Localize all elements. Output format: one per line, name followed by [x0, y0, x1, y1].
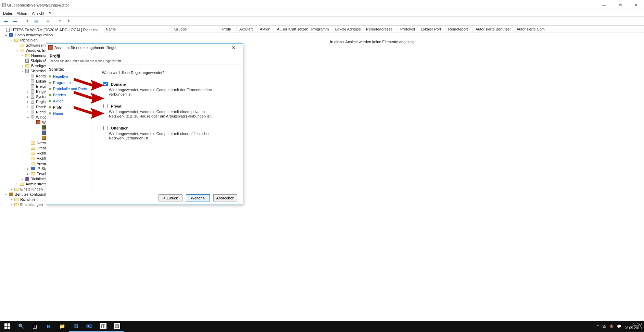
- profile-checkbox-label[interactable]: Öffentlich: [102, 125, 238, 131]
- outbound-icon: [42, 131, 46, 135]
- export-button[interactable]: ➦: [44, 17, 52, 25]
- expand-icon[interactable]: ⌄: [20, 69, 24, 73]
- column-header[interactable]: Remoteadresse: [363, 26, 397, 33]
- explorer-button[interactable]: 📁: [55, 321, 69, 332]
- column-header[interactable]: Aktion: [257, 26, 274, 33]
- profile-checkbox[interactable]: [103, 104, 108, 108]
- expand-icon[interactable]: ›: [26, 74, 30, 78]
- up-button[interactable]: ⬆: [23, 17, 31, 25]
- start-button[interactable]: [0, 321, 14, 332]
- system-tray[interactable]: ⌃ 🖧 🔇 💬 11:53 26.05.2019: [596, 322, 644, 330]
- help-button[interactable]: ?: [56, 17, 64, 25]
- modal-heading: Profil: [50, 54, 60, 59]
- action-center-icon[interactable]: 💬: [617, 324, 621, 328]
- search-button[interactable]: 🔍: [14, 321, 28, 332]
- expand-icon[interactable]: ›: [20, 64, 24, 68]
- expand-icon[interactable]: ⌄: [4, 33, 8, 37]
- taskview-button[interactable]: ◫: [28, 321, 41, 332]
- column-header[interactable]: Programm: [308, 26, 332, 33]
- expand-icon[interactable]: ⌄: [9, 38, 13, 42]
- network-icon[interactable]: 🖧: [603, 324, 606, 328]
- cancel-button[interactable]: Abbrechen: [213, 194, 237, 201]
- maximize-button[interactable]: ▭: [612, 0, 628, 10]
- column-header[interactable]: Lokaler Port: [418, 26, 445, 33]
- profile-checkbox[interactable]: [103, 82, 108, 86]
- wizard-step[interactable]: Protokolle und Ports: [49, 86, 89, 92]
- tree-policies[interactable]: Richtlinien: [20, 38, 38, 42]
- expand-icon[interactable]: ⌄: [31, 120, 35, 124]
- expand-icon[interactable]: ›: [26, 100, 30, 104]
- profile-checkbox[interactable]: [103, 126, 108, 130]
- policy-icon: [6, 28, 10, 32]
- expand-icon[interactable]: ›: [9, 202, 13, 207]
- folder-icon: [25, 54, 29, 57]
- wizard-step[interactable]: Regeltyp: [49, 73, 89, 79]
- column-header[interactable]: Name: [103, 26, 172, 33]
- tree-urichtlinien[interactable]: Richtlinien: [20, 197, 38, 201]
- profile-checkbox-label[interactable]: Privat: [102, 103, 238, 109]
- tree-windows[interactable]: Windo: [35, 115, 47, 119]
- column-header[interactable]: Profil: [219, 26, 237, 33]
- column-header[interactable]: Aktiviert: [237, 26, 257, 33]
- wizard-main: Wann wird diese Regel angewendet? Domäne…: [92, 64, 243, 191]
- tree-root[interactable]: HTTPS für WinRM [DC2016.ADG.LOCAL] Richt…: [11, 28, 99, 32]
- column-header[interactable]: Außer Kraft setzen: [274, 26, 308, 33]
- expand-icon[interactable]: ›: [15, 182, 19, 186]
- expand-icon[interactable]: ›: [26, 105, 30, 109]
- tray-expand-icon[interactable]: ⌃: [596, 324, 599, 328]
- gpedit-button[interactable]: ▤: [110, 321, 124, 332]
- expand-icon[interactable]: ›: [9, 187, 13, 191]
- expand-icon[interactable]: ›: [9, 197, 13, 201]
- server-manager-button[interactable]: ▤: [69, 321, 83, 332]
- tree-computer[interactable]: Computerkonfiguration: [14, 33, 53, 37]
- back-button[interactable]: ⬅: [2, 17, 10, 25]
- menu-file[interactable]: Datei: [3, 11, 12, 15]
- back-button[interactable]: < Zurück: [159, 194, 182, 201]
- show-tree-button[interactable]: ▤: [32, 17, 40, 25]
- expand-icon[interactable]: ›: [26, 110, 30, 114]
- ie-button[interactable]: e: [41, 321, 55, 332]
- menu-action[interactable]: Aktion: [17, 11, 27, 15]
- clock[interactable]: 11:53 26.05.2019: [624, 322, 642, 330]
- expand-icon[interactable]: ›: [20, 53, 24, 58]
- column-header[interactable]: Remoteport: [445, 26, 473, 33]
- wizard-steps: Schritte: RegeltypProgrammProtokolle und…: [46, 64, 92, 191]
- tree-ueinstellungen[interactable]: Einstellungen: [20, 202, 43, 207]
- folder-icon: [31, 157, 35, 160]
- menu-help[interactable]: ?: [49, 11, 51, 15]
- expand-icon[interactable]: ›: [15, 43, 19, 47]
- expand-icon[interactable]: ›: [26, 79, 30, 83]
- tree-einstellungen[interactable]: Einstellungen: [20, 187, 43, 191]
- gpmc-button[interactable]: ▥: [96, 321, 110, 332]
- minimize-button[interactable]: —: [596, 0, 612, 10]
- expand-icon[interactable]: ›: [26, 167, 30, 171]
- expand-icon[interactable]: ⌄: [4, 192, 8, 196]
- menu-view[interactable]: Ansicht: [32, 11, 44, 15]
- close-button[interactable]: ✕: [628, 0, 644, 10]
- column-header[interactable]: Autorisierte Com: [514, 26, 555, 33]
- firewall-icon: [36, 120, 40, 124]
- sound-icon[interactable]: 🔇: [609, 324, 614, 328]
- expand-icon[interactable]: ›: [20, 177, 24, 181]
- column-header[interactable]: Lokale Adresse: [332, 26, 363, 33]
- column-header[interactable]: Gruppe: [172, 26, 219, 33]
- expand-icon[interactable]: ›: [26, 84, 30, 88]
- column-header[interactable]: Protokoll: [397, 26, 418, 33]
- refresh-button[interactable]: ↻: [65, 17, 73, 25]
- powershell-button[interactable]: >_: [83, 321, 96, 332]
- next-button[interactable]: Weiter >: [186, 194, 210, 201]
- wizard-step[interactable]: Bereich: [49, 92, 89, 98]
- wizard-step: Profil: [49, 104, 89, 110]
- profile-checkbox-label[interactable]: Domäne: [102, 81, 238, 87]
- expand-icon[interactable]: ›: [26, 172, 30, 176]
- modal-close-button[interactable]: ✕: [227, 45, 241, 50]
- expand-icon[interactable]: ⌄: [26, 115, 30, 119]
- expand-icon[interactable]: ⌄: [15, 48, 19, 52]
- wizard-step[interactable]: Programm: [49, 79, 89, 86]
- wizard-step[interactable]: Name: [49, 110, 89, 116]
- expand-icon[interactable]: ›: [26, 95, 30, 99]
- wizard-step[interactable]: Aktion: [49, 98, 89, 104]
- expand-icon[interactable]: ›: [26, 89, 30, 94]
- forward-button[interactable]: ➡: [11, 17, 19, 25]
- column-header[interactable]: Autorisierte Benutzer: [473, 26, 514, 33]
